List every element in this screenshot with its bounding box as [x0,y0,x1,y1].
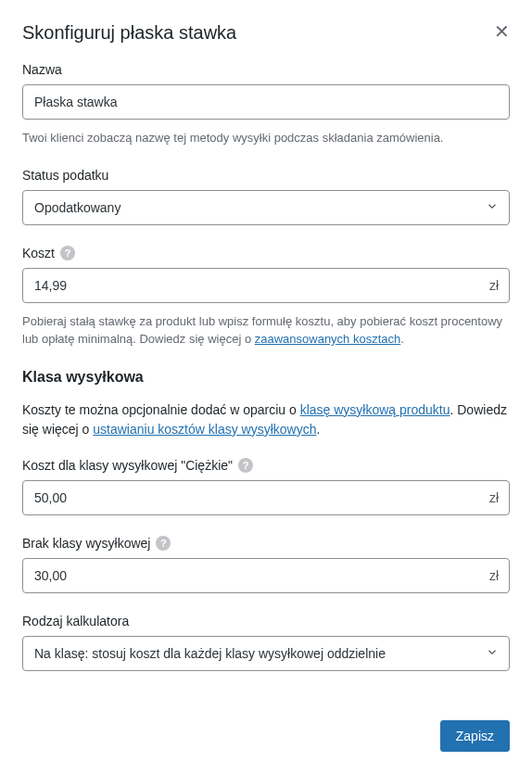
name-input[interactable] [22,84,510,120]
no-class-cost-label: Brak klasy wysyłkowej [22,536,150,551]
no-class-cost-input[interactable] [22,558,510,593]
page-title: Skonfiguruj płaska stawka [22,22,236,44]
name-help-text: Twoi klienci zobaczą nazwę tej metody wy… [22,129,510,147]
cost-input[interactable] [22,268,510,303]
cost-label: Koszt [22,246,55,260]
currency-suffix: zł [489,490,499,505]
product-shipping-class-link[interactable]: klasę wysyłkową produktu [300,402,450,417]
currency-suffix: zł [489,568,499,583]
help-icon[interactable]: ? [238,458,253,473]
close-button[interactable]: ✕ [494,22,510,41]
advanced-costs-link[interactable]: zaawansowanych kosztach [255,332,401,346]
close-icon: ✕ [494,21,510,42]
cost-help-text: Pobieraj stałą stawkę za produkt lub wpi… [22,312,510,349]
calculator-type-select[interactable]: Na klasę: stosuj koszt dla każdej klasy … [22,636,510,671]
tax-status-select[interactable]: Opodatkowany [22,190,510,225]
heavy-class-cost-label: Koszt dla klasy wysyłkowej "Ciężkie" [22,458,233,473]
help-icon[interactable]: ? [156,536,171,551]
setting-shipping-costs-link[interactable]: ustawianiu kosztów klasy wysyłkowych [93,422,316,437]
save-button[interactable]: Zapisz [440,720,510,752]
heavy-class-cost-input[interactable] [22,480,510,515]
tax-status-label: Status podatku [22,168,510,183]
currency-suffix: zł [489,278,499,293]
name-label: Nazwa [22,62,510,77]
shipping-class-header: Klasa wysyłkowa [22,369,510,386]
shipping-class-intro: Koszty te można opcjonalnie dodać w opar… [22,400,510,439]
calculator-type-label: Rodzaj kalkulatora [22,614,510,628]
help-icon[interactable]: ? [60,246,75,260]
